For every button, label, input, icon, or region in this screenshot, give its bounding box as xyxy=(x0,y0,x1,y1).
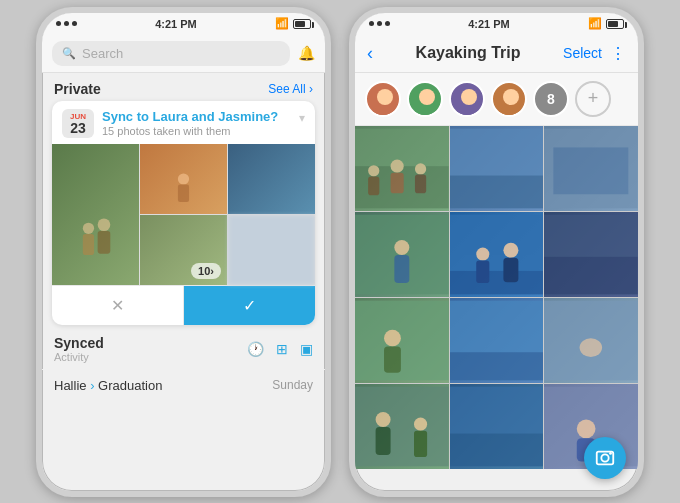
grid-icon[interactable]: ⊞ xyxy=(276,341,288,357)
battery-icon xyxy=(293,19,311,29)
header-right: Select ⋮ xyxy=(563,44,626,63)
svg-rect-25 xyxy=(554,147,629,194)
album-header: ‹ Kayaking Trip Select ⋮ xyxy=(355,35,638,73)
clock-icon[interactable]: 🕐 xyxy=(247,341,264,357)
hallie-album-name: Hallie › Graduation xyxy=(54,378,162,393)
avatar-count[interactable]: 8 xyxy=(533,81,569,117)
confirm-icon: ✓ xyxy=(243,296,256,315)
status-icons-right: 📶 xyxy=(588,17,624,30)
album-cell-7[interactable] xyxy=(355,298,449,383)
search-bar: 🔍 Search 🔔 xyxy=(42,35,325,73)
sync-photo-grid: 10› xyxy=(52,144,315,285)
svg-point-31 xyxy=(476,247,489,260)
photo-count: 10› xyxy=(198,265,214,277)
svg-rect-41 xyxy=(450,352,544,380)
status-icons: 📶 xyxy=(275,17,311,30)
photo-count-overlay: 10› xyxy=(191,263,221,279)
svg-rect-23 xyxy=(450,175,544,208)
svg-rect-28 xyxy=(394,254,409,282)
svg-point-12 xyxy=(503,89,519,105)
svg-point-47 xyxy=(414,417,427,430)
svg-point-43 xyxy=(580,338,602,357)
svg-rect-36 xyxy=(544,256,638,293)
search-icon: 🔍 xyxy=(62,47,76,60)
synced-title: Synced xyxy=(54,335,104,351)
svg-point-16 xyxy=(368,165,379,176)
album-content xyxy=(355,126,638,491)
svg-rect-34 xyxy=(503,257,518,281)
photo-cell-3 xyxy=(228,144,315,214)
album-photo-grid xyxy=(355,126,638,469)
confirm-button[interactable]: ✓ xyxy=(184,286,315,325)
wifi-icon: 📶 xyxy=(275,17,289,30)
sync-card-header: JUN 23 Sync to Laura and Jasmine? 15 pho… xyxy=(52,101,315,144)
svg-rect-30 xyxy=(450,270,544,293)
svg-point-38 xyxy=(384,329,401,346)
bell-icon[interactable]: 🔔 xyxy=(298,45,315,61)
photo-cell-1 xyxy=(52,144,139,285)
wifi-icon-right: 📶 xyxy=(588,17,602,30)
svg-point-33 xyxy=(503,242,518,257)
private-section-header: Private See All › xyxy=(42,73,325,101)
date-badge: JUN 23 xyxy=(62,109,94,138)
svg-point-52 xyxy=(577,419,596,438)
back-button[interactable]: ‹ xyxy=(367,43,373,64)
album-cell-9[interactable] xyxy=(544,298,638,383)
svg-rect-3 xyxy=(98,231,111,254)
phone-right: 4:21 PM 📶 ‹ Kayaking Trip Select ⋮ xyxy=(349,7,644,497)
battery-icon-right xyxy=(606,19,624,29)
svg-rect-1 xyxy=(83,234,94,255)
avatar-2[interactable] xyxy=(407,81,443,117)
album-cell-1[interactable] xyxy=(355,126,449,211)
album-cell-3[interactable] xyxy=(544,126,638,211)
search-placeholder: Search xyxy=(82,46,123,61)
svg-point-20 xyxy=(415,163,426,174)
svg-point-8 xyxy=(419,89,435,105)
chevron-down-icon: ▾ xyxy=(299,111,305,125)
more-icon[interactable]: ⋮ xyxy=(610,44,626,63)
album-cell-10[interactable] xyxy=(355,384,449,469)
search-input-wrap[interactable]: 🔍 Search xyxy=(52,41,290,66)
see-all-button[interactable]: See All › xyxy=(268,82,313,96)
cancel-button[interactable]: ✕ xyxy=(52,286,184,325)
svg-point-18 xyxy=(391,159,404,172)
hallie-row[interactable]: Hallie › Graduation Sunday xyxy=(42,369,325,401)
svg-point-56 xyxy=(609,452,612,455)
svg-point-0 xyxy=(83,222,94,233)
phone1-screen: 🔍 Search 🔔 Private See All › JUN 23 xyxy=(42,35,325,491)
date-day: 23 xyxy=(68,121,88,135)
svg-rect-46 xyxy=(376,426,391,454)
svg-point-9 xyxy=(413,105,441,117)
album-cell-6[interactable] xyxy=(544,212,638,297)
album-cell-8[interactable] xyxy=(450,298,544,383)
avatar-add-button[interactable]: + xyxy=(575,81,611,117)
status-time: 4:21 PM xyxy=(155,18,197,30)
photo-cell-5 xyxy=(228,215,315,285)
svg-rect-37 xyxy=(355,300,449,380)
synced-row: Synced Activity 🕐 ⊞ ▣ xyxy=(54,335,313,363)
avatar-4[interactable] xyxy=(491,81,527,117)
fab-button[interactable] xyxy=(584,437,626,479)
sync-title: Sync to Laura and Jasmine? xyxy=(102,109,291,124)
album-icon[interactable]: ▣ xyxy=(300,341,313,357)
album-cell-2[interactable] xyxy=(450,126,544,211)
avatar-3[interactable] xyxy=(449,81,485,117)
svg-point-13 xyxy=(497,105,525,117)
select-button[interactable]: Select xyxy=(563,45,602,61)
signal-dots xyxy=(56,21,77,26)
sync-card: JUN 23 Sync to Laura and Jasmine? 15 pho… xyxy=(52,101,315,325)
svg-point-7 xyxy=(371,105,399,117)
svg-rect-19 xyxy=(391,172,404,193)
album-cell-4[interactable] xyxy=(355,212,449,297)
svg-rect-48 xyxy=(414,430,427,456)
synced-section: Synced Activity 🕐 ⊞ ▣ xyxy=(42,325,325,369)
svg-point-55 xyxy=(601,454,608,461)
sync-subtitle: 15 photos taken with them xyxy=(102,125,291,137)
activity-label: Activity xyxy=(54,351,104,363)
album-cell-11[interactable] xyxy=(450,384,544,469)
synced-icons: 🕐 ⊞ ▣ xyxy=(247,341,313,357)
album-cell-5[interactable] xyxy=(450,212,544,297)
avatar-1[interactable] xyxy=(365,81,401,117)
svg-point-6 xyxy=(377,89,393,105)
svg-point-27 xyxy=(394,239,409,254)
